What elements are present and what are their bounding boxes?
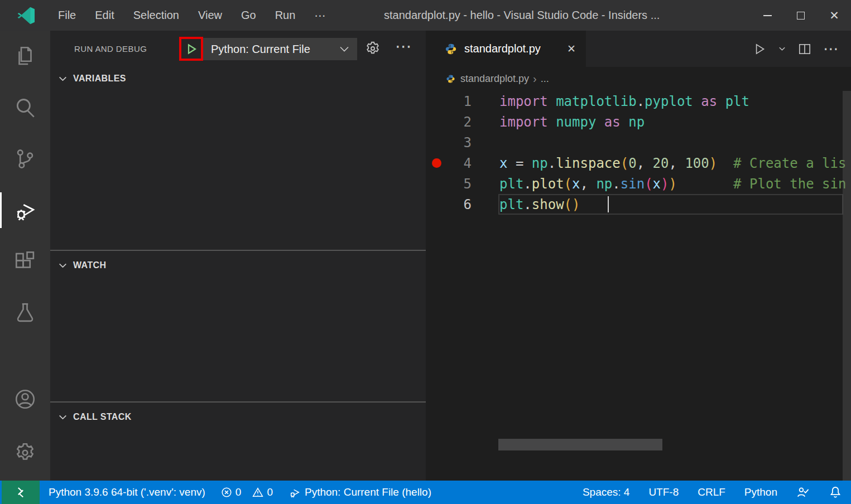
run-and-debug-icon [13,198,37,222]
notifications-bell-icon[interactable] [829,486,842,499]
search-icon [13,96,37,119]
breadcrumb-more[interactable]: ... [541,73,549,85]
maximize-icon [797,12,805,20]
line-number: 4 [447,156,472,171]
chevron-down-icon [58,74,68,84]
variables-section-header[interactable]: VARIABLES [50,67,426,90]
code-line[interactable]: 1import matplotlib.pyplot as plt [426,91,851,112]
menu-go[interactable]: Go [232,0,266,31]
code-editor[interactable]: 1import matplotlib.pyplot as plt2import … [426,91,851,481]
vertical-scrollbar[interactable] [843,91,851,481]
sidebar-item-search[interactable] [0,82,50,133]
indentation-status[interactable]: Spaces: 4 [583,486,630,498]
problems-status[interactable]: 0 0 [221,486,273,498]
gear-icon [13,441,37,464]
tab-standardplot-py[interactable]: standardplot.py ✕ [426,31,586,67]
debug-configuration-dropdown[interactable]: Python: Current File [203,38,357,60]
configure-gear-icon[interactable] [364,40,381,57]
line-number: 5 [447,176,472,192]
editor-group: standardplot.py ✕ ⋯ standardplot.py › ..… [426,31,851,481]
close-button[interactable]: ✕ [818,0,851,31]
minimize-button[interactable] [751,0,784,31]
sidebar-item-source-control[interactable] [0,133,50,185]
sidebar-item-explorer[interactable] [0,31,50,82]
variables-section-label: VARIABLES [73,74,126,84]
debug-icon [289,486,301,498]
sidebar-item-extensions[interactable] [0,236,50,287]
accounts-button[interactable] [0,374,50,425]
code-lines: 1import matplotlib.pyplot as plt2import … [426,91,851,215]
settings-button[interactable] [0,425,50,481]
editor-more-actions-icon[interactable]: ⋯ [823,40,839,58]
menu-selection[interactable]: Selection [124,0,189,31]
text-cursor [608,196,609,212]
code-line[interactable]: 3 [426,132,851,153]
debug-configuration-label: Python: Current File [211,43,339,56]
code-text: import matplotlib.pyplot as plt [499,94,749,109]
menu-edit[interactable]: Edit [85,0,123,31]
testing-beaker-icon [13,301,37,324]
sidebar-item-testing[interactable] [0,287,50,338]
start-debugging-button[interactable] [179,37,203,61]
menu-run[interactable]: Run [266,0,305,31]
run-python-file-icon[interactable] [752,42,767,56]
maximize-button[interactable] [784,0,818,31]
code-line[interactable]: 2import numpy as np [426,112,851,132]
call-stack-pane: CALL STACK [50,404,426,481]
line-number: 3 [447,135,472,151]
sidebar-item-run-and-debug[interactable] [0,185,50,236]
split-editor-icon[interactable] [797,42,812,56]
python-interpreter-status[interactable]: Python 3.9.6 64-bit ('.venv': venv) [49,486,205,498]
watch-section-header[interactable]: WATCH [50,252,426,279]
status-bar-left: Python 3.9.6 64-bit ('.venv': venv) 0 0 [49,486,431,498]
code-text: import numpy as np [499,114,645,130]
chevron-down-icon [58,413,68,422]
horizontal-scrollbar[interactable] [498,439,662,450]
remote-icon [15,486,27,498]
run-dropdown-chevron-icon[interactable] [778,45,786,53]
warning-icon [252,487,263,498]
line-number: 6 [447,197,472,212]
python-file-icon [446,74,455,84]
panel-title: RUN AND DEBUG [74,44,147,54]
python-version-label: Python 3.9.6 64-bit ('.venv': venv) [49,486,205,498]
language-mode-status[interactable]: Python [744,486,777,498]
line-number: 1 [447,94,472,109]
line-number: 2 [447,114,472,130]
account-icon [13,387,37,411]
feedback-icon[interactable] [796,486,810,499]
encoding-status[interactable]: UTF-8 [648,486,679,498]
menu-view[interactable]: View [189,0,232,31]
code-text: x = np.linspace(0, 20, 100) # Create a l… [499,156,846,171]
run-and-debug-header: RUN AND DEBUG Python: Current File ⋯ [50,31,426,67]
error-icon [221,487,232,498]
breakpoint-dot[interactable] [426,158,447,168]
code-line[interactable]: 5plt.plot(x, np.sin(x)) # Plot the sin [426,173,851,194]
run-and-debug-panel: RUN AND DEBUG Python: Current File ⋯ VAR… [50,31,426,481]
activity-bar [0,31,50,481]
breadcrumb-file[interactable]: standardplot.py [460,73,529,85]
status-bar-right: Spaces: 4 UTF-8 CRLF Python [583,486,851,499]
code-text: plt.show() [499,197,580,212]
views-more-actions-icon[interactable]: ⋯ [395,36,413,56]
error-count: 0 [235,486,242,498]
tab-label: standardplot.py [464,42,562,55]
menu-file[interactable]: File [49,0,85,31]
close-icon: ✕ [829,9,839,22]
eol-status[interactable]: CRLF [698,486,725,498]
tab-bar: standardplot.py ✕ ⋯ [426,31,851,67]
code-line[interactable]: 4x = np.linspace(0, 20, 100) # Create a … [426,153,851,173]
status-bar: Python 3.9.6 64-bit ('.venv': venv) 0 0 [0,481,851,504]
tab-close-icon[interactable]: ✕ [567,42,576,55]
explorer-icon [13,45,37,68]
code-line[interactable]: 6plt.show() [426,194,851,215]
call-stack-section-header[interactable]: CALL STACK [50,404,426,430]
debug-config-status[interactable]: Python: Current File (hello) [289,486,431,498]
breadcrumb-chevron-icon: › [533,72,537,85]
warning-count: 0 [267,486,273,498]
minimize-icon [763,15,772,16]
breadcrumb[interactable]: standardplot.py › ... [426,67,851,91]
remote-indicator[interactable] [2,481,40,504]
menu-overflow[interactable]: ⋯ [305,0,335,31]
python-file-icon [445,43,457,55]
